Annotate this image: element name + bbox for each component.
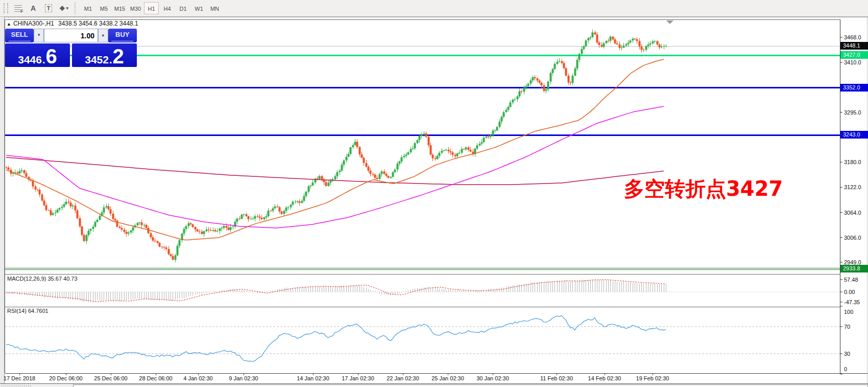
timeframe-h1[interactable]: H1 [144, 2, 159, 14]
price-line-badge: 3243.0 [840, 131, 868, 139]
ohlc-values: 3438.5 3454.6 3438.2 3448.1 [58, 20, 138, 27]
volume-input[interactable] [44, 29, 98, 42]
toolbar-separator [75, 3, 76, 14]
price-axis-tick: 3180.0 [844, 159, 861, 165]
time-axis-label: 11 Feb 02:30 [540, 375, 573, 381]
timeframe-m30[interactable]: M30 [128, 2, 143, 14]
timeframe-m5[interactable]: M5 [97, 2, 111, 14]
bottom-panel-top [73, 384, 868, 387]
time-axis-label: 4 Jan 02:30 [183, 375, 213, 381]
price-line-badge: 2933.8 [840, 265, 868, 272]
buy-button[interactable]: BUY [108, 29, 137, 42]
bottom-drag-handle[interactable] [2, 385, 32, 386]
dropdown-caret-icon: ▾ [66, 6, 69, 11]
macd-axis-tick: 57.48 [844, 277, 858, 283]
price-axis-tick: 3295.0 [844, 109, 861, 116]
collapse-triangle-icon[interactable]: ▲ [7, 21, 11, 27]
rsi-axis-tick: 30 [844, 351, 850, 357]
price-axis-tick: 3410.0 [844, 59, 861, 65]
time-axis-label: 25 Dec 06:00 [94, 375, 127, 381]
price-line-badge: 3448.1 [840, 42, 868, 50]
volume-increase-button[interactable]: ▲ [98, 29, 108, 42]
sell-price-box[interactable]: 3446.6 [5, 43, 70, 67]
timeframe-mn[interactable]: MN [207, 2, 222, 14]
macd-axis-tick: 0.00 [844, 289, 855, 295]
buy-price-dot: . [109, 55, 112, 65]
rsi-indicator-label: RSI(14) 64.7601 [7, 308, 49, 314]
rsi-axis-tick: 0 [844, 366, 847, 372]
price-line-badge: 3427.0 [840, 51, 868, 59]
time-axis-label: 22 Jan 02:30 [387, 375, 419, 381]
time-axis-label: 28 Dec 06:00 [139, 375, 172, 381]
timeframe-w1[interactable]: W1 [191, 2, 206, 14]
rsi-axis-tick: 100 [844, 309, 853, 315]
templates-grid-icon[interactable]: F [11, 2, 25, 15]
text-label-icon[interactable]: A [27, 2, 40, 15]
sell-price-big-digit: 6 [46, 48, 57, 65]
timeframe-h4[interactable]: H4 [160, 2, 175, 14]
chart-header: ▲CHINA300-,H13438.5 3454.6 3438.2 3448.1 [7, 20, 138, 27]
macd-indicator-label: MACD(12,26,9) 35.67 40.73 [7, 276, 78, 282]
time-axis-label: 9 Jan 02:30 [229, 375, 258, 381]
arrange-objects-icon[interactable]: ❖▾ [57, 2, 70, 15]
sell-button[interactable]: SELL [5, 29, 34, 42]
chart-annotation-text: 多空转折点3427 [624, 175, 783, 203]
symbol-timeframe-label: CHINA300-,H1 [13, 20, 54, 27]
sell-price-main: 3446 [18, 54, 42, 65]
price-axis-tick: 2949.0 [844, 259, 861, 265]
time-axis-label: 14 Jan 02:30 [297, 375, 329, 381]
buy-price-box[interactable]: 3452.2 [72, 43, 137, 67]
price-axis-tick: 3468.0 [844, 34, 861, 40]
time-axis-label: 20 Dec 06:00 [49, 375, 82, 381]
buy-price-main: 3452 [85, 54, 109, 65]
time-axis-label: 25 Jan 02:30 [431, 375, 464, 381]
time-axis-label: 30 Jan 02:30 [476, 375, 509, 381]
time-axis-label: 14 Feb 02:30 [588, 375, 621, 381]
price-axis-tick: 3064.0 [844, 210, 861, 216]
buy-price-big-digit: 2 [113, 48, 124, 65]
price-line-badge: 3352.0 [840, 84, 868, 92]
window-left-frame [0, 17, 5, 383]
bottom-docked-panel-edge [0, 383, 868, 387]
time-axis-label: 17 Jan 02:30 [342, 375, 374, 381]
toolbar-drag-handle[interactable] [4, 3, 8, 13]
time-axis-label: 17 Dec 2018 [4, 375, 35, 381]
one-click-trade-panel: SELL ▼ ▲ BUY 3446.6 3452.2 [5, 29, 137, 67]
rsi-axis-tick: 70 [844, 324, 850, 330]
price-axis-tick: 3122.0 [844, 184, 861, 190]
main-toolbar: FAT❖▾ M1M5M15M30H1H4D1W1MN [0, 0, 868, 17]
timeframe-m1[interactable]: M1 [81, 2, 95, 14]
price-axis-tick: 3006.0 [844, 235, 861, 241]
sell-price-dot: . [42, 55, 45, 65]
volume-decrease-button[interactable]: ▼ [34, 29, 44, 42]
time-axis-label: 19 Feb 02:30 [636, 375, 669, 381]
timeframe-d1[interactable]: D1 [176, 2, 190, 14]
macd-axis-tick: -47.35 [844, 299, 860, 305]
text-box-icon[interactable]: T [42, 2, 55, 15]
timeframe-m15[interactable]: M15 [112, 2, 127, 14]
